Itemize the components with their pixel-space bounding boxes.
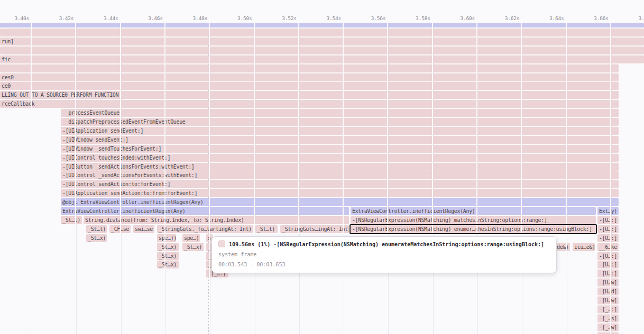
frame-tooltip: 109.56ms (1%) -[NSRegularExpression(NSMa… bbox=[211, 236, 557, 273]
flame-bar[interactable]: _St…x) bbox=[157, 243, 179, 251]
flame-bar[interactable]: ExtraViewController.inefficientRegex(Any… bbox=[61, 207, 349, 215]
flame-bar[interactable]: spe…)) bbox=[157, 234, 176, 242]
ruler-tick-label: 3.52s bbox=[282, 15, 297, 21]
flame-bar[interactable]: -[UIWindow sendEvent:] bbox=[61, 136, 619, 144]
tooltip-title-line: 109.56ms (1%) -[NSRegularExpression(NSMa… bbox=[218, 240, 550, 249]
flame-bar[interactable]: -[UIControl touchesEnded:withEvent:] bbox=[61, 154, 619, 162]
flame-bar[interactable]: icu…e&) bbox=[573, 243, 595, 251]
flame-bar[interactable]: Ext…y) bbox=[597, 207, 619, 215]
ruler-tick-label: 3.66s bbox=[594, 15, 609, 21]
flame-bar[interactable]: -[_…:] bbox=[597, 332, 619, 334]
ruler-tick-label: 3.58s bbox=[416, 15, 430, 21]
flame-bar[interactable]: -[UIApplication sendAction:to:from:forEv… bbox=[61, 189, 619, 197]
grid-gap-line bbox=[164, 23, 165, 334]
frame-color-swatch-icon bbox=[218, 240, 225, 247]
flame-bar[interactable]: -[_…:] bbox=[597, 305, 619, 313]
selected-frame-outline bbox=[349, 224, 597, 234]
grid-gap-line bbox=[521, 23, 522, 334]
flame-bar[interactable]: ce0 bbox=[0, 82, 619, 90]
tooltip-frame-kind: system frame bbox=[218, 250, 550, 259]
grid-gap-line bbox=[432, 23, 433, 334]
grid-gap-line bbox=[343, 23, 344, 334]
ruler-tick-label: 3.40s bbox=[14, 15, 29, 21]
flame-bar[interactable]: -[UIApplication sendEvent:] bbox=[61, 127, 619, 135]
ruler-tick-label: 3.46s bbox=[148, 15, 163, 21]
flame-bar[interactable]: -[_…s] bbox=[597, 314, 619, 322]
grid-gap-line bbox=[387, 23, 388, 334]
flame-bar[interactable] bbox=[0, 64, 619, 72]
flame-bar[interactable]: LLING_OUT_TO_A_SOURCE0_PERFORM_FUNCTION_… bbox=[0, 91, 619, 99]
flame-bar[interactable]: -[U…:] bbox=[597, 270, 619, 277]
flame-bar[interactable]: String.distance(from: String.Index, to: … bbox=[84, 216, 349, 224]
grid-gap-line bbox=[75, 23, 76, 334]
flame-bar[interactable]: _St…x) bbox=[182, 243, 204, 251]
ruler-tick-label: 3.60s bbox=[460, 15, 475, 21]
flame-bar[interactable]: -[U…:] bbox=[597, 261, 619, 268]
ruler-tick-label: 3.54s bbox=[327, 15, 342, 21]
grid-gap-line bbox=[31, 23, 32, 334]
flame-bar[interactable]: run] bbox=[0, 38, 644, 45]
ruler-tick-label: 3.62s bbox=[505, 15, 520, 21]
flame-bar[interactable]: spe…)) bbox=[182, 234, 200, 242]
flame-bar[interactable]: -[U…:] bbox=[597, 225, 619, 233]
ruler-tick-label: 3.68s bbox=[639, 15, 644, 21]
ruler-tick-label: 3.44s bbox=[104, 15, 118, 21]
flame-bar[interactable]: -[U…d] bbox=[597, 287, 619, 295]
ruler-tick-label: 3.64s bbox=[549, 15, 564, 21]
tooltip-time-range: 00:03.543 — 00:03.653 bbox=[218, 260, 550, 269]
grid-gap-line bbox=[120, 23, 121, 334]
grid-gap-line bbox=[298, 23, 299, 334]
ruler-tick-label: 3.42s bbox=[59, 15, 74, 21]
flame-bar[interactable]: __6…ke bbox=[597, 243, 619, 251]
flame-bar[interactable]: de&) bbox=[555, 243, 570, 251]
flame-bar[interactable] bbox=[0, 47, 644, 54]
flame-bar[interactable]: -[U…:] bbox=[597, 216, 619, 224]
flame-bar[interactable]: fic bbox=[0, 55, 644, 63]
flame-bar[interactable]: -[U…w] bbox=[597, 296, 619, 304]
grid-gap-line bbox=[610, 23, 611, 334]
flame-graph-canvas: 3.40s3.42s3.44s3.46s3.48s3.50s3.52s3.54s… bbox=[0, 0, 644, 334]
flame-bar[interactable]: _St…x) bbox=[157, 252, 179, 260]
flame-bar[interactable]: __processEventQueue bbox=[61, 109, 619, 117]
flame-bar[interactable]: @objc ExtraViewController.inefficientReg… bbox=[61, 198, 619, 206]
flame-bar[interactable]: -[UIControl _sendActionsForEvents:withEv… bbox=[61, 171, 619, 179]
flame-bar[interactable]: __dispatchPreprocessedEventFromEventQueu… bbox=[61, 118, 619, 126]
flame-bar[interactable]: _St…x) bbox=[157, 261, 179, 268]
ruler-tick-label: 3.56s bbox=[371, 15, 386, 21]
flame-bar[interactable]: -[U…:] bbox=[597, 234, 619, 242]
grid-gap-line bbox=[209, 23, 210, 334]
flame-bar[interactable]: _St…t) bbox=[255, 225, 278, 233]
flame-bar[interactable]: rceCallback bbox=[0, 100, 619, 108]
flame-bar[interactable]: _St…t) bbox=[61, 216, 82, 224]
flame-bar[interactable]: _StringGuts._fo…tartingAt: Int) bbox=[157, 225, 253, 233]
grid-gap-line bbox=[254, 23, 255, 334]
flame-bar[interactable]: -[UIButton _sendActionsForEvents:withEve… bbox=[61, 163, 619, 171]
ruler-tick-label: 3.50s bbox=[237, 15, 252, 21]
grid-gap-line bbox=[476, 23, 477, 334]
flame-bar[interactable]: -[UIWindow _sendTouchesForEvent:] bbox=[61, 145, 619, 153]
flame-bar[interactable]: ces0 bbox=[0, 73, 619, 81]
flame-bar[interactable]: swi…se bbox=[133, 225, 154, 233]
grid-gap-line bbox=[566, 23, 567, 334]
flame-bar[interactable]: _St…t) bbox=[86, 225, 107, 233]
flame-bar[interactable]: _StringGuts…ingAt: Int) bbox=[280, 225, 349, 233]
flame-bar[interactable]: -[U…w] bbox=[597, 279, 619, 286]
track-overview-strip[interactable] bbox=[0, 23, 644, 27]
flame-bar[interactable]: -[UIControl sendAction:to:forEvent:] bbox=[61, 180, 619, 188]
flame-bar[interactable] bbox=[0, 29, 644, 36]
flame-bar[interactable]: _St…x) bbox=[86, 234, 107, 242]
flame-bar[interactable]: -[_…w] bbox=[597, 323, 619, 331]
tooltip-title: 109.56ms (1%) -[NSRegularExpression(NSMa… bbox=[229, 242, 544, 247]
flame-bar[interactable]: -[U…:] bbox=[597, 252, 619, 260]
ruler-tick-label: 3.48s bbox=[193, 15, 208, 21]
